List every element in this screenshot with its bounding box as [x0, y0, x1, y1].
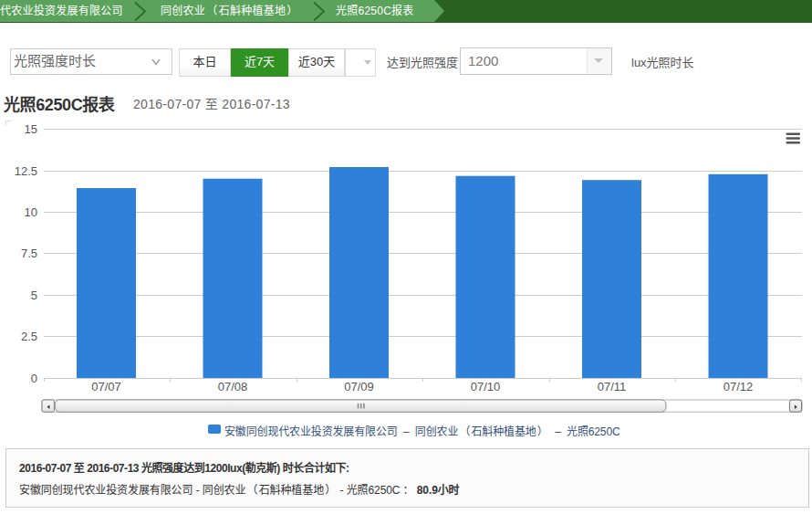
- svg-text:2.5: 2.5: [21, 327, 37, 344]
- svg-text:5: 5: [31, 286, 37, 303]
- svg-text:7.5: 7.5: [21, 244, 37, 261]
- svg-text:07/10: 07/10: [471, 377, 501, 394]
- svg-text:07/12: 07/12: [724, 377, 754, 394]
- svg-text:10: 10: [25, 203, 37, 220]
- svg-text:07/09: 07/09: [344, 377, 374, 394]
- svg-text:0: 0: [31, 369, 37, 386]
- svg-text:12.5: 12.5: [15, 162, 37, 179]
- svg-text:07/07: 07/07: [91, 377, 121, 394]
- svg-text:15: 15: [25, 120, 37, 137]
- svg-text:07/11: 07/11: [598, 377, 627, 394]
- svg-text:07/08: 07/08: [218, 377, 248, 394]
